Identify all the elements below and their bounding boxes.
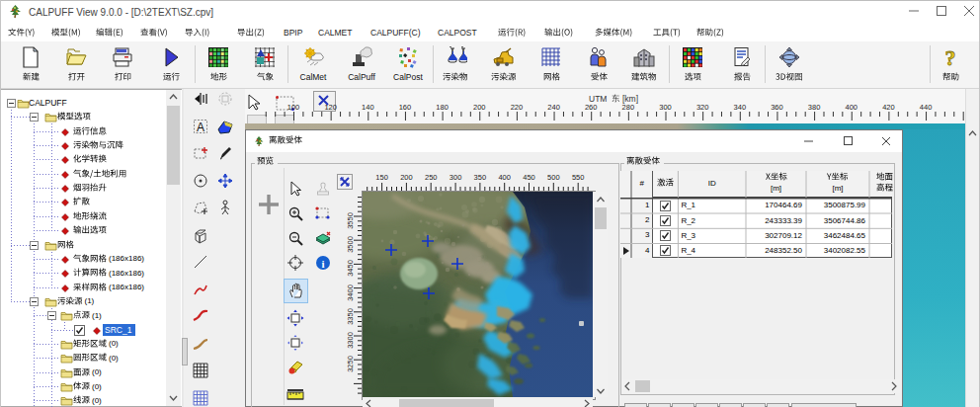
svg-text:A: A [197, 120, 204, 133]
svg-text:?: ? [945, 45, 956, 69]
svg-text:i: i [321, 258, 324, 270]
